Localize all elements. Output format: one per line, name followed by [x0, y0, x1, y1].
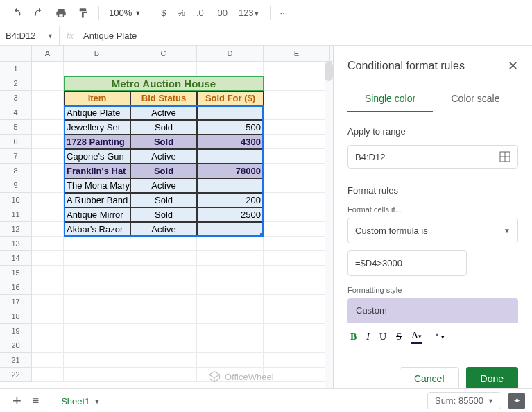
cell[interactable]: [32, 120, 64, 135]
cell[interactable]: [64, 353, 130, 368]
select-all-corner[interactable]: [0, 46, 32, 61]
cell[interactable]: Capone's Gun: [64, 149, 130, 164]
cell[interactable]: Metro Auction House: [64, 76, 264, 91]
cell[interactable]: [32, 280, 64, 295]
cell[interactable]: [32, 251, 64, 266]
cell[interactable]: Akbar's Razor: [64, 222, 130, 237]
cell[interactable]: [264, 222, 330, 237]
cell[interactable]: [64, 251, 130, 266]
sheet-tab[interactable]: Sheet1▼: [50, 390, 111, 411]
cell[interactable]: [264, 91, 330, 105]
strikethrough-button[interactable]: S: [396, 332, 402, 343]
row-header[interactable]: 22: [0, 368, 31, 382]
row-header[interactable]: 14: [0, 251, 31, 266]
cell[interactable]: 4300: [197, 135, 264, 149]
cell[interactable]: [32, 324, 64, 338]
col-header[interactable]: B: [64, 46, 130, 61]
cell[interactable]: [32, 266, 64, 280]
tab-color-scale[interactable]: Color scale: [433, 87, 518, 112]
cell[interactable]: Active: [130, 178, 197, 193]
cell[interactable]: Sold: [130, 164, 197, 178]
cell[interactable]: Bid Status: [130, 91, 197, 105]
underline-button[interactable]: U: [379, 332, 386, 343]
cell[interactable]: [32, 295, 64, 309]
cell[interactable]: 200: [197, 193, 264, 207]
row-header[interactable]: 15: [0, 266, 31, 280]
cell[interactable]: [130, 280, 197, 295]
col-header[interactable]: A: [32, 46, 64, 61]
cell[interactable]: [197, 280, 264, 295]
cell[interactable]: Antique Plate: [64, 105, 130, 120]
cell[interactable]: [130, 338, 197, 353]
row-header[interactable]: 11: [0, 207, 31, 222]
cell[interactable]: [197, 149, 264, 164]
cell[interactable]: Sold: [130, 207, 197, 222]
cell[interactable]: Active: [130, 222, 197, 237]
add-sheet-button[interactable]: +: [7, 392, 27, 410]
cell[interactable]: [64, 309, 130, 324]
toolbar-more[interactable]: ···: [276, 8, 292, 18]
cell[interactable]: [264, 237, 330, 251]
cell[interactable]: [264, 338, 330, 353]
cell[interactable]: [32, 149, 64, 164]
all-sheets-button[interactable]: ≡: [27, 395, 44, 407]
cell[interactable]: [130, 251, 197, 266]
cell[interactable]: [197, 338, 264, 353]
cell[interactable]: [130, 368, 197, 382]
cell[interactable]: Jewellery Set: [64, 120, 130, 135]
select-range-icon[interactable]: [499, 151, 510, 162]
formula-input[interactable]: [347, 250, 467, 276]
style-preview[interactable]: Custom: [347, 298, 518, 323]
cell[interactable]: [32, 91, 64, 105]
cell[interactable]: [264, 62, 330, 76]
col-header[interactable]: D: [197, 46, 264, 61]
cell[interactable]: [32, 178, 64, 193]
cell[interactable]: [264, 324, 330, 338]
cell[interactable]: [130, 295, 197, 309]
cell[interactable]: [32, 76, 64, 91]
paint-format-button[interactable]: [74, 3, 93, 23]
cell[interactable]: [264, 207, 330, 222]
fill-color-button[interactable]: ▾: [431, 329, 445, 345]
cell[interactable]: [130, 237, 197, 251]
cell[interactable]: [32, 338, 64, 353]
row-header[interactable]: 3: [0, 91, 31, 105]
cell[interactable]: [264, 149, 330, 164]
cell[interactable]: [197, 222, 264, 237]
cell[interactable]: [32, 222, 64, 237]
cell[interactable]: [264, 266, 330, 280]
text-color-button[interactable]: A▾: [411, 330, 422, 344]
cell[interactable]: [264, 105, 330, 120]
vertical-scrollbar[interactable]: [325, 62, 333, 388]
cell[interactable]: Active: [130, 149, 197, 164]
cell[interactable]: 500: [197, 120, 264, 135]
cell[interactable]: [32, 164, 64, 178]
redo-button[interactable]: [29, 3, 49, 23]
print-button[interactable]: [51, 3, 71, 23]
cell[interactable]: [32, 368, 64, 382]
format-number-dropdown[interactable]: 123▼: [234, 8, 264, 18]
cell[interactable]: [264, 193, 330, 207]
formula-bar[interactable]: Antique Plate: [80, 31, 532, 41]
cell[interactable]: [264, 164, 330, 178]
italic-button[interactable]: I: [366, 332, 370, 343]
row-header[interactable]: 5: [0, 120, 31, 135]
format-percent[interactable]: %: [173, 8, 189, 18]
cell[interactable]: Active: [130, 105, 197, 120]
cell[interactable]: [264, 368, 330, 382]
cell[interactable]: [264, 251, 330, 266]
cell[interactable]: [197, 178, 264, 193]
row-header[interactable]: 16: [0, 280, 31, 295]
col-header[interactable]: E: [264, 46, 330, 61]
cell[interactable]: [264, 76, 330, 91]
cell[interactable]: [32, 193, 64, 207]
cell[interactable]: [130, 324, 197, 338]
condition-dropdown[interactable]: Custom formula is▼: [347, 218, 518, 243]
row-header[interactable]: 10: [0, 193, 31, 207]
cell[interactable]: [197, 105, 264, 120]
cell[interactable]: Franklin's Hat: [64, 164, 130, 178]
cell[interactable]: The Mona Mary: [64, 178, 130, 193]
row-header[interactable]: 1: [0, 62, 31, 76]
range-input-box[interactable]: [347, 145, 518, 169]
range-input[interactable]: [355, 152, 499, 162]
